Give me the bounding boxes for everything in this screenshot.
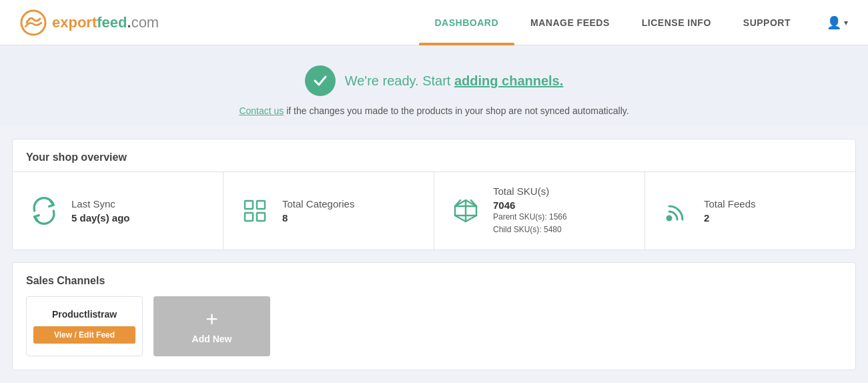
svg-rect-4 [257,213,265,221]
feeds-icon [661,197,692,225]
main-content: We're ready. Start adding channels. Cont… [0,45,868,383]
user-menu[interactable]: 👤 ▾ [827,15,848,30]
overview-title: Your shop overview [13,139,855,171]
banner-row: We're ready. Start adding channels. [13,65,855,96]
total-categories-info: Total Categories 8 [282,198,354,224]
total-skus-info: Total SKU(s) 7046 Parent SKU(s): 1566 Ch… [493,185,567,236]
add-new-channel-button[interactable]: + Add New [153,296,270,356]
stat-total-skus: Total SKU(s) 7046 Parent SKU(s): 1566 Ch… [434,172,645,250]
stats-row: Last Sync 5 day(s) ago Total Categories [13,171,855,250]
total-skus-parent: Parent SKU(s): 1566 [493,211,567,224]
total-skus-value: 7046 [493,200,567,211]
nav-license-info[interactable]: LICENSE INFO [626,0,727,45]
stat-total-categories: Total Categories 8 [224,172,434,250]
sales-channels-card: Sales Channels Productlistraw View / Edi… [12,262,856,370]
overview-card: Your shop overview Last Sync 5 day(s) ag… [12,139,856,250]
nav-manage-feeds[interactable]: MANAGE FEEDS [514,0,626,45]
view-edit-feed-button[interactable]: View / Edit Feed [33,326,135,344]
nav-dashboard[interactable]: DASHBOARD [419,0,515,45]
sync-icon [29,196,59,226]
banner-subtext: Contact us if the changes you made to th… [13,105,855,116]
check-circle-icon [305,65,336,96]
last-sync-label: Last Sync [71,198,130,210]
contact-us-link[interactable]: Contact us [239,105,284,116]
add-new-plus-icon: + [205,308,218,330]
total-categories-value: 8 [282,212,354,224]
svg-rect-2 [257,201,265,209]
sku-icon [450,197,481,225]
channel-name: Productlistraw [52,309,117,320]
total-feeds-label: Total Feeds [704,198,756,210]
total-skus-child: Child SKU(s): 5480 [493,224,567,236]
header: exportfeed.com DASHBOARD MANAGE FEEDS LI… [0,0,868,45]
total-categories-label: Total Categories [282,198,354,210]
last-sync-value: 5 day(s) ago [71,212,130,224]
logo-icon [20,9,47,36]
sales-channels-title: Sales Channels [13,263,855,296]
svg-rect-3 [245,213,253,221]
category-icon [240,197,270,225]
chevron-down-icon: ▾ [844,18,848,27]
adding-channels-link[interactable]: adding channels. [454,73,563,88]
nav-support[interactable]: SUPPORT [727,0,807,45]
last-sync-info: Last Sync 5 day(s) ago [71,198,130,224]
channel-productlistraw[interactable]: Productlistraw View / Edit Feed [26,296,143,356]
svg-point-5 [667,216,671,220]
add-new-label: Add New [192,334,232,344]
stat-last-sync: Last Sync 5 day(s) ago [13,172,224,250]
channels-list: Productlistraw View / Edit Feed + Add Ne… [13,296,855,356]
user-icon: 👤 [827,15,841,30]
total-skus-label: Total SKU(s) [493,185,567,197]
logo-text: exportfeed.com [52,14,159,31]
total-feeds-value: 2 [704,212,756,224]
total-feeds-info: Total Feeds 2 [704,198,756,224]
stat-total-feeds: Total Feeds 2 [645,172,855,250]
logo: exportfeed.com [20,9,159,36]
banner: We're ready. Start adding channels. Cont… [0,45,868,127]
main-nav: DASHBOARD MANAGE FEEDS LICENSE INFO SUPP… [419,0,807,45]
banner-ready-text: We're ready. Start adding channels. [345,73,564,89]
svg-rect-1 [245,201,253,209]
